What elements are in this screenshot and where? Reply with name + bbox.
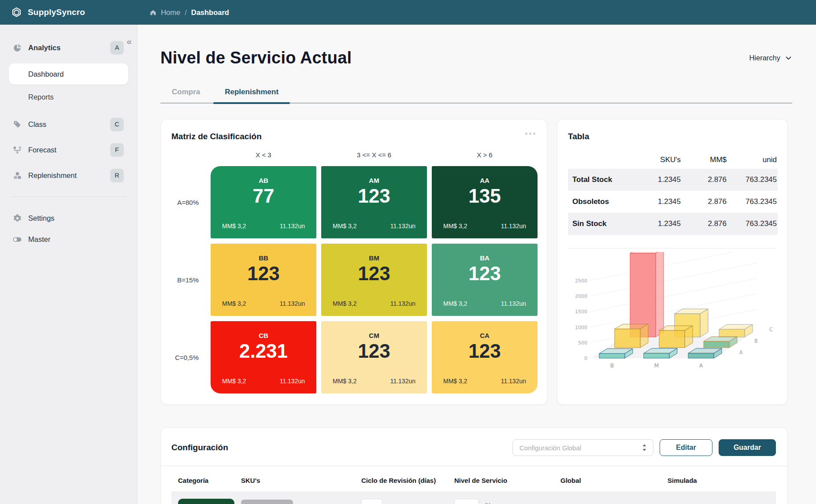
classification-matrix-card: Matriz de Clasificación X < 33 <= X <= 6…: [160, 119, 547, 405]
sidebar-item-label: Forecast: [28, 146, 56, 154]
brand: SupplySyncro: [11, 7, 85, 19]
tabla-skus-value: 1.2345: [634, 169, 682, 191]
sidebar-item-reports[interactable]: Reports: [9, 88, 128, 106]
matrix-cell-units: 11.132un: [280, 222, 305, 230]
config-column-header: Simulada: [668, 477, 776, 484]
toggle-icon: [12, 234, 22, 244]
matrix-cell-am[interactable]: AM123MM$ 3,211.132un: [321, 166, 427, 238]
home-icon: [149, 9, 157, 16]
sidebar-item-label: Settings: [28, 214, 55, 222]
tabla-unid-value: 763.2345: [727, 213, 778, 235]
tabla-column-header: SKU's: [634, 152, 682, 169]
sidebar-item-badge: C: [110, 118, 124, 131]
stock-3d-bar-chart: 05001000150020002500ABCBMA: [568, 252, 777, 381]
breadcrumb-home-label: Home: [161, 8, 180, 17]
matrix-column-header: X < 3: [211, 151, 316, 161]
svg-text:M: M: [654, 363, 659, 369]
matrix-cell-units: 11.132un: [501, 378, 526, 385]
tabla-mm-value: 2.876: [682, 213, 727, 235]
sidebar-item-replenishment[interactable]: ReplenishmentR: [9, 165, 128, 186]
hierarchy-label: Hierarchy: [749, 54, 780, 62]
tabla-column-header: MM$: [682, 152, 727, 169]
matrix-row-label: A=80%: [171, 166, 206, 238]
config-column-header: Nivel de Servicio: [454, 477, 560, 484]
matrix-cell-mm: MM$ 3,2: [443, 300, 467, 307]
sidebar-item-dashboard[interactable]: Dashboard: [9, 63, 128, 85]
breadcrumb: Home / Dashboard: [149, 8, 229, 17]
tabla-divider: [568, 248, 777, 248]
matrix-cell-footer: MM$ 3,211.132un: [321, 222, 427, 238]
tabla-row-label: Obsoletos: [568, 191, 634, 213]
sidebar-item-label: Class: [28, 120, 46, 129]
page-title: Nivel de Servicio Actual: [160, 48, 352, 67]
matrix-cell-value: 123: [432, 263, 538, 284]
svg-text:1500: 1500: [575, 309, 587, 315]
matrix-cell-bm[interactable]: BM123MM$ 3,211.132un: [321, 244, 427, 316]
sidebar-item-master[interactable]: Master: [9, 230, 128, 248]
config-table-row: 000 + %: [171, 491, 776, 504]
save-button[interactable]: Guardar: [719, 439, 776, 456]
category-color-pill[interactable]: [178, 499, 234, 504]
hierarchy-dropdown[interactable]: Hierarchy: [749, 54, 792, 62]
tabla-mm-value: 2.876: [682, 191, 727, 213]
matrix-cell-footer: MM$ 3,211.132un: [321, 378, 427, 393]
svg-text:2500: 2500: [575, 278, 587, 284]
svg-text:1000: 1000: [575, 325, 587, 330]
tabla-skus-value: 1.2345: [634, 191, 682, 213]
svg-text:2000: 2000: [575, 293, 587, 299]
sidebar-item-settings[interactable]: Settings: [9, 209, 128, 227]
matrix-cell-ca[interactable]: CA123MM$ 3,211.132un: [432, 321, 538, 393]
matrix-cell-cb[interactable]: CB2.231MM$ 3,211.132un: [211, 321, 316, 393]
matrix-cell-units: 11.132un: [501, 300, 526, 307]
tabla-row-label: Total Stock: [568, 169, 634, 191]
sidebar-item-label: Master: [28, 235, 50, 244]
matrix-cell-code: BM: [321, 254, 427, 262]
edit-button[interactable]: Editar: [660, 439, 712, 456]
matrix-cell-footer: MM$ 3,211.132un: [211, 222, 316, 238]
sidebar-item-class[interactable]: ClassC: [9, 114, 128, 135]
tabla-skus-value: 1.2345: [634, 213, 682, 235]
tab-replenishment[interactable]: Replenishment: [225, 88, 278, 103]
sidebar: « AnalyticsADashboardReportsClassCForeca…: [0, 25, 137, 504]
sidebar-item-forecast[interactable]: ForecastF: [9, 139, 128, 160]
matrix-cell-code: BB: [211, 254, 316, 262]
sidebar-collapse-button[interactable]: «: [124, 35, 134, 48]
matrix-cell-units: 11.132un: [390, 300, 415, 307]
matrix-cell-footer: MM$ 3,211.132un: [432, 378, 538, 393]
app-logo-icon: [11, 7, 22, 19]
tabla-card: Tabla SKU'sMM$unidTotal Stock1.23452.876…: [557, 119, 788, 405]
matrix-cell-ab[interactable]: AB77MM$ 3,211.132un: [211, 166, 316, 238]
matrix-cell-ba[interactable]: BA123MM$ 3,211.132un: [432, 244, 538, 316]
tabla-row-label: Sin Stock: [568, 213, 634, 235]
matrix-cell-value: 123: [321, 263, 427, 284]
chevron-down-icon: [785, 54, 792, 62]
matrix-cell-value: 123: [211, 263, 316, 284]
matrix-cell-mm: MM$ 3,2: [333, 378, 356, 385]
breadcrumb-home-link[interactable]: Home: [149, 8, 180, 17]
sidebar-item-analytics[interactable]: AnalyticsA: [9, 37, 128, 58]
boxes-icon: [12, 170, 22, 180]
service-level-input[interactable]: [454, 499, 479, 504]
breadcrumb-current: Dashboard: [191, 8, 229, 17]
matrix-cell-bb[interactable]: BB123MM$ 3,211.132un: [211, 244, 316, 316]
config-column-header: SKU's: [241, 477, 361, 484]
sidebar-item-label: Analytics: [28, 44, 60, 52]
matrix-cell-value: 123: [432, 341, 538, 361]
config-column-header: Ciclo de Revisión (días): [361, 477, 454, 484]
matrix-card-title: Matriz de Clasificación: [171, 132, 536, 141]
configuration-card: Configuración Configuración Global Edita…: [160, 427, 788, 504]
config-global-select[interactable]: Configuración Global: [512, 439, 653, 456]
matrix-cell-footer: MM$ 3,211.132un: [321, 300, 427, 316]
matrix-cell-aa[interactable]: AA135MM$ 3,211.132un: [432, 166, 538, 238]
matrix-corner-spacer: [171, 151, 206, 161]
matrix-cell-cm[interactable]: CM123MM$ 3,211.132un: [321, 321, 427, 393]
ellipsis-menu-icon[interactable]: [525, 133, 535, 135]
matrix-cell-code: AA: [432, 177, 538, 184]
tabla-column-header: unid: [727, 152, 778, 169]
tab-compra[interactable]: Compra: [172, 88, 200, 103]
review-cycle-input[interactable]: [361, 499, 382, 504]
select-spinner-icon: [641, 443, 648, 452]
svg-text:A: A: [699, 363, 703, 369]
matrix-cell-value: 2.231: [211, 341, 316, 361]
service-level-suffix: %: [485, 502, 491, 504]
